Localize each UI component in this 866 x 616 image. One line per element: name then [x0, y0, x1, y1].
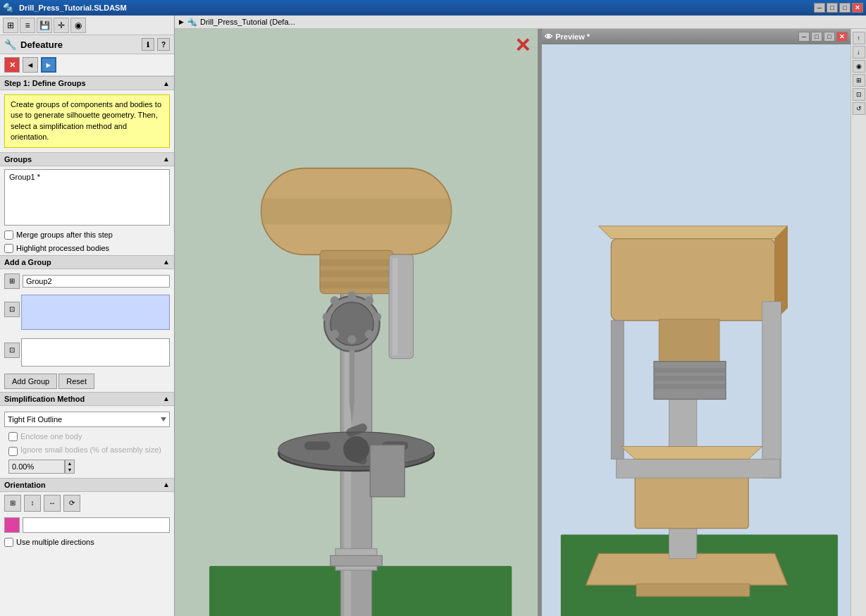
- svg-rect-31: [350, 350, 354, 402]
- close-btn[interactable]: ✕: [852, 3, 863, 13]
- simplification-section-header[interactable]: Simplification Method ▲: [0, 392, 174, 406]
- spinner-up[interactable]: ▲: [66, 460, 74, 467]
- spinner-controls: ▲ ▼: [65, 460, 75, 474]
- right-icon-1[interactable]: ↑: [853, 32, 865, 44]
- minimize-btn[interactable]: ─: [814, 3, 825, 13]
- preview-svg: [542, 44, 850, 616]
- svg-point-29: [323, 313, 331, 321]
- preview-minimize[interactable]: ─: [798, 32, 810, 42]
- add-group-label: Add a Group: [4, 258, 51, 266]
- svg-rect-53: [617, 459, 780, 478]
- add-group-btn[interactable]: Add Group: [4, 374, 57, 389]
- group-item-1[interactable]: Group1 *: [6, 171, 168, 183]
- right-icon-2[interactable]: ↓: [853, 46, 865, 58]
- viewports-row: ✕: [175, 29, 866, 616]
- drag-icon-2[interactable]: ⊡: [4, 343, 20, 358]
- tool-btn-1[interactable]: ⊞: [3, 18, 18, 33]
- info-btn[interactable]: ℹ: [142, 38, 154, 51]
- color-text-input[interactable]: [23, 517, 170, 533]
- window-content: ⊞ ≡ 💾 ✛ ◉ 🔧 Defeature ℹ ? ✕ ◄ ►: [0, 16, 866, 616]
- back-action-btn[interactable]: ◄: [23, 57, 38, 73]
- highlight-bodies-label[interactable]: Highlight processed bodies: [16, 244, 109, 252]
- close-action-btn[interactable]: ✕: [4, 57, 20, 73]
- group2-icon[interactable]: ⊞: [4, 273, 20, 289]
- method-select[interactable]: Tight Fit Outline Bounding Box Convex Hu…: [4, 412, 170, 427]
- enclose-body-label[interactable]: Enclose one body: [20, 432, 82, 441]
- step1-description: Create groups of components and bodies t…: [11, 100, 161, 141]
- groups-section-header[interactable]: Groups ▲: [0, 152, 174, 166]
- assembly-icon: 🔩: [187, 17, 197, 27]
- group2-name-input[interactable]: [23, 275, 170, 288]
- tree-expand-arrow[interactable]: ▶: [179, 18, 184, 25]
- add-group-btns-row: Add Group Reset: [4, 374, 170, 389]
- drag-target-row-2: ⊡: [4, 334, 170, 371]
- svg-rect-16: [261, 199, 452, 225]
- merge-groups-label[interactable]: Merge groups after this step: [16, 230, 113, 239]
- orient-btn-1[interactable]: ⊞: [4, 495, 21, 512]
- tree-item-label: Drill_Press_Tutorial (Defa...: [200, 18, 295, 26]
- preview-canvas: [542, 44, 850, 616]
- restore-btn[interactable]: □: [827, 3, 838, 13]
- drill-press-svg: [175, 29, 538, 616]
- right-icon-4[interactable]: ⊞: [853, 74, 865, 87]
- help-btn[interactable]: ?: [157, 38, 170, 51]
- right-icon-3[interactable]: ◉: [853, 60, 865, 73]
- orientation-section-header[interactable]: Orientation ▲: [0, 478, 174, 492]
- highlight-bodies-checkbox[interactable]: [4, 244, 13, 253]
- orient-btn-2[interactable]: ↕: [24, 495, 41, 512]
- reset-btn[interactable]: Reset: [58, 374, 94, 389]
- orientation-collapse-arrow: ▲: [163, 481, 170, 488]
- merge-groups-checkbox[interactable]: [4, 230, 13, 240]
- preview-win-controls: ─ □ □ ✕: [798, 32, 848, 42]
- svg-point-25: [373, 313, 381, 321]
- enclose-body-checkbox[interactable]: [8, 432, 18, 441]
- forward-action-btn[interactable]: ►: [41, 57, 56, 73]
- maximize-btn[interactable]: □: [839, 3, 850, 13]
- svg-point-27: [347, 335, 356, 343]
- preview-restore[interactable]: □: [811, 32, 822, 42]
- window-controls: ─ □ □ ✕: [814, 3, 863, 13]
- svg-rect-34: [330, 555, 383, 566]
- drag-icon-1[interactable]: ⊡: [4, 302, 20, 317]
- drag-target-1[interactable]: [21, 295, 170, 330]
- preview-title-bar: 👁 Preview * ─ □ □ ✕: [542, 29, 850, 44]
- tool-btn-2[interactable]: ≡: [20, 18, 35, 33]
- svg-rect-52: [611, 321, 624, 460]
- main-toolbar: ⊞ ≡ 💾 ✛ ◉: [0, 16, 174, 35]
- tool-btn-5[interactable]: ◉: [70, 18, 86, 33]
- orient-btn-3[interactable]: ↔: [44, 495, 61, 512]
- right-icon-5[interactable]: ⊡: [853, 88, 865, 101]
- use-multiple-checkbox[interactable]: [4, 538, 13, 547]
- groups-list[interactable]: Group1 *: [4, 169, 170, 226]
- ignore-bodies-row: Ignore small bodies (% of assembly size): [4, 443, 170, 458]
- groups-collapse-arrow: ▲: [163, 155, 170, 163]
- svg-marker-44: [599, 226, 788, 239]
- percent-input[interactable]: [8, 460, 65, 474]
- preview-title-text: Preview *: [555, 32, 590, 41]
- orient-btn-4[interactable]: ⟳: [63, 495, 80, 512]
- svg-point-23: [347, 291, 356, 300]
- right-icon-6[interactable]: ↺: [853, 102, 865, 115]
- right-viewport[interactable]: 👁 Preview * ─ □ □ ✕: [542, 29, 850, 616]
- highlight-bodies-row: Highlight processed bodies: [0, 242, 174, 255]
- method-select-wrapper: Tight Fit Outline Bounding Box Convex Hu…: [4, 412, 170, 427]
- svg-point-30: [330, 296, 339, 304]
- window-title: Drill_Press_Tutorial.SLDASM: [16, 4, 814, 12]
- tool-btn-4[interactable]: ✛: [54, 18, 69, 33]
- color-swatch[interactable]: [4, 517, 20, 533]
- svg-rect-20: [320, 281, 393, 288]
- preview-close[interactable]: ✕: [836, 32, 848, 42]
- drag-target-2[interactable]: [21, 338, 170, 366]
- tool-btn-3[interactable]: 💾: [37, 18, 52, 33]
- add-group-section-header[interactable]: Add a Group ▲: [0, 255, 174, 269]
- viewport-toolbar: ▶ 🔩 Drill_Press_Tutorial (Defa...: [175, 16, 866, 29]
- ignore-bodies-checkbox[interactable]: [8, 447, 18, 456]
- step1-header[interactable]: Step 1: Define Groups ▲: [0, 76, 174, 90]
- use-multiple-label[interactable]: Use multiple directions: [16, 538, 94, 546]
- left-viewport[interactable]: ✕: [175, 29, 539, 616]
- spinner-down[interactable]: ▼: [66, 467, 74, 473]
- preview-maximize[interactable]: □: [824, 32, 835, 42]
- groups-label: Groups: [4, 155, 32, 164]
- group2-input-row: ⊞: [4, 272, 170, 290]
- ignore-bodies-label[interactable]: Ignore small bodies (% of assembly size): [20, 445, 166, 454]
